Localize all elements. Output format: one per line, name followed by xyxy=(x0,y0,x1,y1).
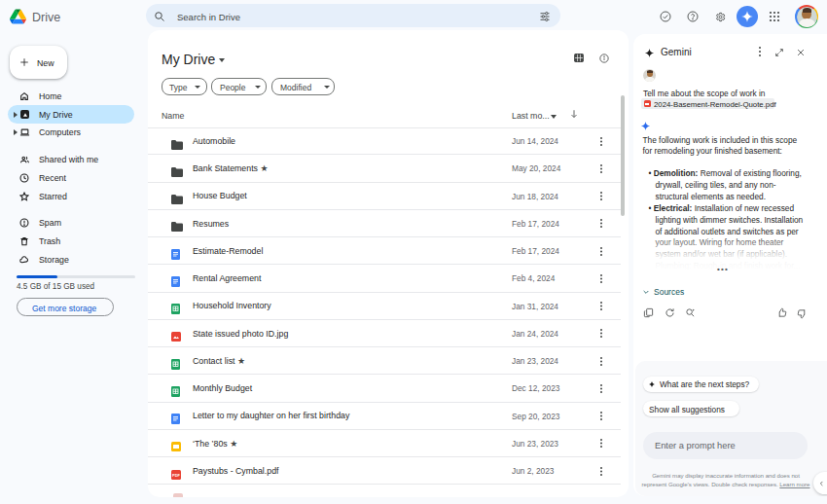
svg-text:PDF: PDF xyxy=(172,473,181,478)
